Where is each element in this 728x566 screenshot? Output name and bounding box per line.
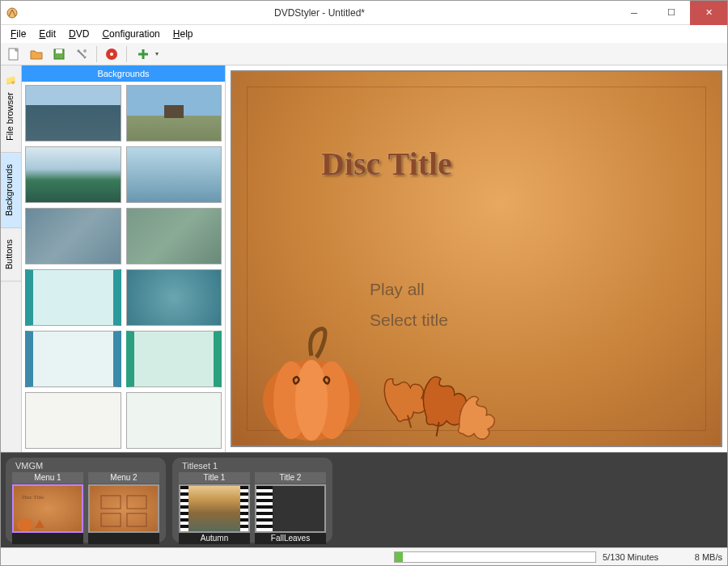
sidebar-tab-buttons[interactable]: Buttons: [1, 228, 21, 281]
background-thumb[interactable]: [25, 85, 121, 142]
background-thumb[interactable]: [25, 331, 121, 387]
timeline-item-menu2[interactable]: Menu 2: [88, 472, 159, 544]
background-thumb[interactable]: [25, 208, 121, 264]
bitrate-text: 8 MB/s: [682, 552, 722, 562]
svg-point-10: [295, 360, 328, 441]
film-sprocket-icon: [265, 486, 273, 531]
folder-icon: 📁: [4, 77, 14, 87]
backgrounds-grid: [25, 85, 222, 449]
timeline-item-footer: [12, 533, 83, 544]
disc-usage-progress: [394, 551, 596, 563]
status-bar: 5/130 Minutes 8 MB/s: [1, 547, 727, 565]
svg-rect-15: [127, 496, 146, 509]
app-icon: [6, 6, 19, 19]
tab-label: Backgrounds: [4, 164, 14, 216]
timeline-item-header: Menu 2: [88, 472, 159, 484]
svg-rect-14: [101, 496, 121, 509]
svg-point-4: [83, 49, 87, 53]
background-thumb[interactable]: [126, 331, 222, 387]
maximize-button[interactable]: ☐: [653, 1, 690, 25]
sidebar-tabs: File browser 📁 Backgrounds Buttons: [1, 65, 22, 452]
main-area: File browser 📁 Backgrounds Buttons Backg…: [1, 65, 727, 452]
timeline-item-header: Title 1: [179, 472, 250, 484]
timeline-thumb: [179, 484, 250, 533]
pumpkin-graphic: [255, 323, 368, 441]
new-project-button[interactable]: [4, 44, 23, 64]
timeline-item-footer: [88, 533, 159, 544]
timeline-group-vmgm: VMGM Menu 1 Disc Title Menu 2: [6, 458, 166, 543]
tab-label: File browser: [5, 92, 15, 141]
film-sprocket-icon: [240, 486, 248, 531]
backgrounds-scroll[interactable]: [22, 82, 225, 452]
background-thumb[interactable]: [126, 269, 222, 326]
title-bar: DVDStyler - Untitled* ─ ☐ ✕: [1, 1, 727, 25]
background-thumb[interactable]: [25, 146, 121, 203]
burn-disc-button[interactable]: [102, 44, 121, 64]
menu-file[interactable]: File: [4, 27, 32, 41]
background-thumb[interactable]: [126, 392, 222, 449]
menu-link-select-title[interactable]: Select title: [370, 305, 448, 336]
background-thumb[interactable]: [25, 392, 121, 449]
timeline-item-title1[interactable]: Title 1 Autumn: [179, 472, 250, 544]
background-thumb[interactable]: [126, 146, 222, 203]
backgrounds-panel-header: Backgrounds: [22, 65, 225, 82]
menu-edit[interactable]: Edit: [32, 27, 62, 41]
timeline-item-footer: Autumn: [179, 533, 250, 544]
backgrounds-panel: Backgrounds: [22, 65, 226, 452]
menu-configuration[interactable]: Configuration: [95, 27, 166, 41]
background-thumb[interactable]: [126, 85, 222, 142]
timeline-thumb: [255, 484, 326, 533]
sidebar-tab-backgrounds[interactable]: Backgrounds: [1, 153, 21, 228]
window-title: DVDStyler - Untitled*: [23, 7, 616, 19]
menu-help[interactable]: Help: [167, 27, 200, 41]
menu-dvd[interactable]: DVD: [62, 27, 95, 41]
progress-fill: [395, 552, 403, 562]
background-thumb[interactable]: [25, 269, 121, 326]
menu-links: Play all Select title: [370, 274, 448, 336]
film-sprocket-icon: [180, 486, 188, 531]
svg-point-6: [110, 53, 113, 56]
background-thumb[interactable]: [126, 208, 222, 264]
timeline-group-label: Titleset 1: [179, 461, 326, 471]
film-sprocket-icon: [256, 486, 265, 531]
close-button[interactable]: ✕: [690, 1, 727, 25]
toolbar-separator: [126, 46, 127, 62]
toolbar-separator: [96, 46, 97, 62]
minimize-button[interactable]: ─: [616, 1, 653, 25]
window-controls: ─ ☐ ✕: [616, 1, 727, 25]
preview-area: Disc Title Play all Select title: [226, 65, 727, 452]
open-project-button[interactable]: [27, 44, 46, 64]
menu-preview[interactable]: Disc Title Play all Select title: [231, 70, 722, 447]
timeline-item-header: Menu 1: [12, 472, 83, 484]
svg-rect-16: [101, 513, 121, 526]
menu-bar: File Edit DVD Configuration Help: [1, 25, 727, 43]
save-project-button[interactable]: [49, 44, 69, 64]
timeline-item-header: Title 2: [255, 472, 326, 484]
toolbar: [1, 43, 727, 65]
timeline-item-footer: FallLeaves: [255, 533, 326, 544]
svg-point-13: [17, 518, 33, 531]
timeline[interactable]: VMGM Menu 1 Disc Title Menu 2 Titleset 1: [1, 452, 727, 547]
tab-label: Buttons: [4, 239, 14, 269]
svg-rect-17: [127, 513, 146, 526]
timeline-thumb: Disc Title: [12, 484, 83, 533]
svg-rect-3: [56, 49, 62, 53]
timeline-item-menu1[interactable]: Menu 1 Disc Title: [12, 472, 83, 544]
disc-title-text[interactable]: Disc Title: [321, 145, 452, 183]
menu-link-play-all[interactable]: Play all: [370, 274, 448, 305]
sidebar-tab-file-browser[interactable]: File browser 📁: [1, 65, 21, 153]
add-button[interactable]: [132, 44, 161, 64]
timeline-item-title2[interactable]: Title 2 FallLeaves: [255, 472, 326, 544]
timeline-group-titleset1: Titleset 1 Title 1 Autumn Title 2 FallLe: [172, 458, 332, 543]
timeline-group-label: VMGM: [12, 461, 159, 471]
timeline-thumb: [88, 484, 159, 533]
duration-text: 5/130 Minutes: [603, 552, 675, 562]
leaves-graphic: [353, 337, 523, 447]
settings-button[interactable]: [72, 44, 91, 64]
